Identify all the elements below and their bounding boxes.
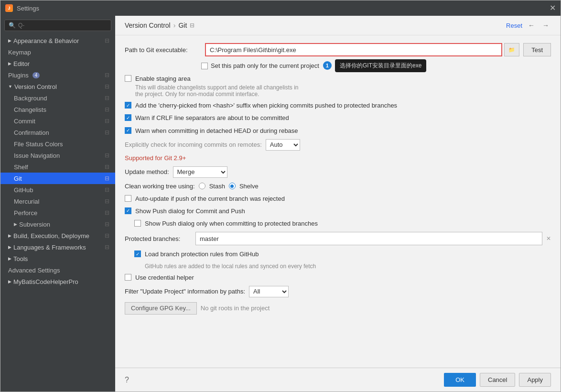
auto-update-checkbox[interactable] — [125, 195, 131, 202]
settings-icon-right: ⊟ — [105, 95, 109, 101]
search-input[interactable] — [18, 22, 107, 29]
sidebar-item-git[interactable]: Git ⊟ — [0, 173, 115, 184]
ok-button[interactable]: OK — [444, 373, 476, 387]
main-content: Version Control › Git ⊟ Reset ← → Path t… — [115, 16, 561, 392]
apply-button[interactable]: Apply — [519, 373, 551, 387]
set-path-row: Set this path only for the current proje… — [201, 61, 551, 70]
sidebar-item-mybatis[interactable]: ▶ MyBatisCodeHelperPro — [0, 276, 115, 287]
show-push-label: Show Push dialog for Commit and Push — [135, 207, 245, 216]
path-input-wrapper: 📁 — [205, 43, 519, 56]
sidebar-item-file-status[interactable]: File Status Colors — [0, 138, 115, 150]
sidebar-item-background[interactable]: Background ⊟ — [0, 92, 115, 104]
warn-crlf-checkbox[interactable] — [125, 114, 131, 121]
shelve-radio[interactable] — [229, 183, 236, 189]
sidebar-item-build[interactable]: ▶ Build, Execution, Deployme ⊟ — [0, 230, 115, 241]
incoming-commits-label: Explicitly check for incoming commits on… — [125, 141, 262, 148]
configure-gpg-button[interactable]: Configure GPG Key... — [125, 302, 197, 315]
stash-label: Stash — [209, 183, 225, 190]
sidebar-item-label: Appearance & Behavior — [13, 37, 79, 44]
help-button[interactable]: ? — [125, 376, 129, 384]
credential-helper-checkbox[interactable] — [125, 274, 131, 281]
back-button[interactable]: ← — [526, 21, 537, 30]
sidebar-item-label: Git — [14, 175, 22, 182]
sidebar-item-label: Changelists — [14, 106, 46, 113]
supported-text: Supported for Git 2.9+ — [125, 154, 551, 162]
expand-icon: ▶ — [14, 222, 17, 227]
path-label: Path to Git executable: — [125, 46, 201, 54]
sidebar-item-label: Background — [14, 95, 47, 102]
sidebar-item-advanced[interactable]: Advanced Settings — [0, 264, 115, 276]
settings-icon-right: ⊟ — [105, 83, 109, 90]
incoming-commits-row: Explicitly check for incoming commits on… — [125, 139, 551, 151]
breadcrumb-separator: › — [173, 22, 176, 29]
browse-button[interactable]: 📁 — [504, 43, 519, 56]
sidebar-item-keymap[interactable]: Keymap — [0, 46, 115, 58]
sidebar-item-label: Languages & Frameworks — [13, 244, 86, 251]
sidebar-item-issue-nav[interactable]: Issue Navigation ⊟ — [0, 150, 115, 161]
sidebar-item-label: Plugins — [8, 72, 29, 79]
sidebar-item-github[interactable]: GitHub ⊟ — [0, 184, 115, 196]
sidebar-item-shelf[interactable]: Shelf ⊟ — [0, 161, 115, 173]
settings-icon-right: ⊟ — [105, 232, 109, 239]
sidebar-item-label: Advanced Settings — [8, 267, 60, 274]
app-icon: J — [5, 4, 13, 12]
filter-label: Filter "Update Project" information by p… — [125, 288, 245, 295]
expand-icon: ▼ — [8, 84, 12, 89]
sidebar-item-version-control[interactable]: ▼ Version Control ⊟ — [0, 81, 115, 92]
settings-icon-right: ⊟ — [105, 118, 109, 124]
sidebar-item-mercurial[interactable]: Mercurial ⊟ — [0, 196, 115, 207]
filter-select[interactable]: All Changed None — [249, 286, 289, 297]
content-scroll: Path to Git executable: 📁 Test Set this … — [115, 35, 561, 368]
protected-branches-input[interactable] — [195, 232, 542, 245]
sidebar-item-changelists[interactable]: Changelists ⊟ — [0, 104, 115, 115]
sidebar-item-label: Shelf — [14, 163, 28, 171]
warn-crlf-label: Warn if CRLF line separators are about t… — [135, 114, 289, 122]
settings-icon-right: ⊟ — [105, 198, 109, 205]
sidebar-item-subversion[interactable]: ▶ Subversion ⊟ — [0, 218, 115, 230]
search-icon: 🔍 — [9, 22, 16, 29]
enable-staging-checkbox[interactable] — [125, 75, 131, 82]
load-branch-rules-label: Load branch protection rules from GitHub — [145, 250, 259, 259]
warn-detached-checkbox[interactable] — [125, 127, 131, 134]
tooltip-icon[interactable]: 1 — [323, 61, 332, 70]
forward-button[interactable]: → — [540, 21, 551, 30]
show-push-protected-checkbox[interactable] — [134, 220, 141, 227]
cherry-pick-checkbox[interactable] — [125, 102, 131, 109]
git-path-input[interactable] — [205, 43, 502, 56]
sidebar-item-label: Perforce — [14, 209, 37, 217]
show-push-row: Show Push dialog for Commit and Push — [125, 207, 551, 216]
cancel-button[interactable]: Cancel — [480, 373, 515, 387]
settings-window: J Settings ✕ 🔍 ▶ Appearance & Behavior ⊟ — [0, 0, 561, 392]
filter-row: Filter "Update Project" information by p… — [125, 286, 551, 297]
set-path-checkbox[interactable] — [201, 63, 208, 69]
content-header: Version Control › Git ⊟ Reset ← → — [115, 16, 561, 35]
no-git-roots-text: No git roots in the project — [201, 305, 270, 312]
sidebar-item-tools[interactable]: ▶ Tools — [0, 253, 115, 264]
sidebar-item-perforce[interactable]: Perforce ⊟ — [0, 207, 115, 218]
auto-update-label: Auto-update if push of the current branc… — [135, 195, 285, 203]
settings-icon-right: ⊟ — [105, 152, 109, 159]
close-button[interactable]: ✕ — [550, 4, 556, 12]
sidebar-item-appearance[interactable]: ▶ Appearance & Behavior ⊟ — [0, 35, 115, 46]
branch-rules-section: Load branch protection rules from GitHub… — [134, 250, 551, 269]
test-button[interactable]: Test — [523, 43, 551, 56]
set-path-checkbox-label[interactable]: Set this path only for the current proje… — [201, 62, 319, 69]
show-push-checkbox[interactable] — [125, 207, 131, 214]
update-method-select[interactable]: Merge Rebase Branch default — [173, 166, 227, 178]
sidebar-item-plugins[interactable]: Plugins 4 ⊟ — [0, 69, 115, 81]
dialog-body: 🔍 ▶ Appearance & Behavior ⊟ Keymap — [0, 16, 561, 392]
incoming-commits-select[interactable]: Auto Always Never — [266, 139, 300, 151]
sidebar-item-label: File Status Colors — [14, 141, 63, 148]
sidebar-item-editor[interactable]: ▶ Editor — [0, 58, 115, 69]
sidebar-item-languages[interactable]: ▶ Languages & Frameworks ⊟ — [0, 241, 115, 253]
set-path-label: Set this path only for the current proje… — [211, 62, 319, 69]
sidebar-item-commit[interactable]: Commit ⊟ — [0, 115, 115, 127]
sidebar-item-confirmation[interactable]: Confirmation ⊟ — [0, 127, 115, 138]
reset-button[interactable]: Reset — [506, 22, 522, 29]
search-box[interactable]: 🔍 — [4, 20, 111, 31]
load-branch-rules-checkbox[interactable] — [134, 250, 141, 257]
clean-tree-row: Clean working tree using: Stash Shelve — [125, 183, 551, 190]
sidebar-item-label: Mercurial — [14, 198, 39, 205]
stash-radio[interactable] — [199, 183, 205, 189]
protected-clear-button[interactable]: ✕ — [546, 235, 551, 242]
